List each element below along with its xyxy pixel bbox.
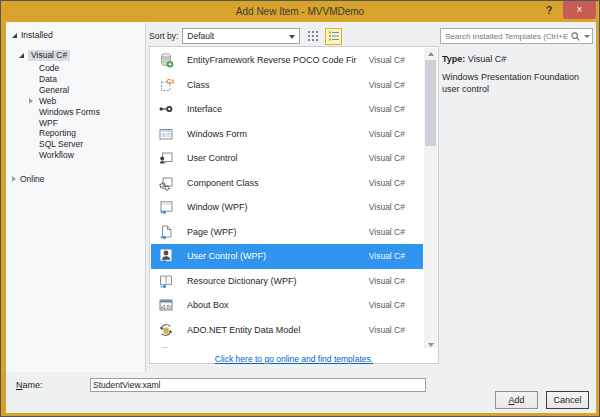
template-row-user-control-wpf[interactable]: User Control (WPF)Visual C# [151, 244, 423, 269]
sidebar-item-label: SQL Server [39, 139, 83, 149]
page-wpf-icon [158, 224, 174, 240]
template-row-windows-form[interactable]: Windows FormVisual C# [151, 122, 423, 147]
list-toolbar: Sort by: Default [149, 27, 441, 45]
sort-by-dropdown[interactable]: Default [182, 28, 300, 44]
interface-icon [158, 101, 174, 117]
sidebar-item-label: Windows Forms [39, 107, 100, 117]
ado-net-entity-icon [158, 322, 174, 338]
template-name: Class [187, 80, 356, 90]
sidebar-item-installed[interactable]: Installed [6, 23, 145, 40]
template-name: User Control (WPF) [187, 251, 356, 261]
sidebar-item-online[interactable]: Online [12, 174, 145, 184]
component-class-icon [158, 175, 174, 191]
windows-form-icon [158, 126, 174, 142]
template-row-window-wpf[interactable]: Window (WPF)Visual C# [151, 195, 423, 220]
small-icons-view-button[interactable] [304, 28, 321, 45]
template-row-ado-net-entity-data-model[interactable]: ADO.NET Entity Data ModelVisual C# [151, 318, 423, 343]
scroll-up-button[interactable] [424, 48, 437, 59]
template-name: Interface [187, 104, 356, 114]
template-name: About Box [187, 300, 356, 310]
template-language: Visual C# [369, 178, 405, 188]
template-language: Visual C# [369, 129, 405, 139]
collapse-icon[interactable] [19, 53, 24, 58]
template-list: EntityFramework Reverse POCO Code First … [149, 46, 439, 364]
template-language: Visual C# [369, 153, 405, 163]
sidebar-item-label: Code [39, 63, 59, 73]
class-icon: C# [158, 77, 174, 93]
template-name: Resource Dictionary (WPF) [187, 276, 356, 286]
user-control-wpf-icon [158, 248, 174, 264]
entityframework-generator-icon [158, 52, 174, 68]
template-language: Visual C# [369, 104, 405, 114]
template-row-class[interactable]: C#ClassVisual C# [151, 73, 423, 98]
sidebar-item-wpf[interactable]: WPF [39, 118, 145, 129]
template-row-resource-dictionary-wpf[interactable]: Resource Dictionary (WPF)Visual C# [151, 269, 423, 294]
add-new-item-dialog: Add New Item - MVVMDemo ? × Installed Vi… [0, 0, 600, 417]
template-row-page-wpf[interactable]: Page (WPF)Visual C# [151, 220, 423, 245]
search-icon [570, 31, 581, 42]
sidebar-item-visual-csharp[interactable]: Visual C# [19, 50, 145, 61]
search-box [440, 28, 593, 44]
template-name: Page (WPF) [187, 227, 356, 237]
grid-icon [307, 30, 319, 42]
list-scrollbar[interactable] [424, 48, 437, 350]
sidebar-item-general[interactable]: General [39, 85, 145, 96]
template-language: Visual C# [369, 276, 405, 286]
scroll-thumb[interactable] [425, 60, 436, 146]
sidebar-item-label: WPF [39, 118, 58, 128]
window-title: Add New Item - MVVMDemo [1, 1, 599, 22]
close-button[interactable]: × [563, 1, 596, 19]
sidebar-item-label: Web [39, 96, 56, 106]
sidebar-item-label: Reporting [39, 128, 76, 138]
template-row-about-box[interactable]: v1.0About BoxVisual C# [151, 293, 423, 318]
template-name: EntityFramework Reverse POCO Code First … [187, 55, 356, 65]
sidebar-item-web[interactable]: Web [39, 96, 145, 107]
expand-icon[interactable] [29, 98, 33, 104]
online-templates-link[interactable]: Click here to go online and find templat… [215, 354, 373, 364]
chevron-down-icon [289, 35, 295, 39]
about-box-icon: v1.0 [158, 297, 174, 313]
sidebar-item-label: Workflow [39, 150, 74, 160]
template-row-user-control[interactable]: User ControlVisual C# [151, 146, 423, 171]
svg-text:C#: C# [167, 78, 175, 85]
sidebar-item-code[interactable]: Code [39, 63, 145, 74]
list-icon [328, 30, 340, 42]
template-name: User Control [187, 153, 356, 163]
template-row-component-class[interactable]: Component ClassVisual C# [151, 171, 423, 196]
cancel-button[interactable]: Cancel [546, 391, 589, 409]
sidebar-item-windows-forms[interactable]: Windows Forms [39, 107, 145, 118]
template-row-entityframework-reverse-poco-code-first-generator[interactable]: EntityFramework Reverse POCO Code First … [151, 48, 423, 73]
template-language: Visual C# [369, 80, 405, 90]
name-input[interactable] [90, 378, 426, 392]
sidebar-item-label: Online [20, 174, 45, 184]
type-value: Visual C# [468, 54, 506, 64]
dialog-body: Installed Visual C# CodeDataGeneralWebWi… [6, 22, 596, 413]
sidebar-item-reporting[interactable]: Reporting [39, 128, 145, 139]
sidebar-item-label: Installed [21, 30, 53, 40]
expand-icon[interactable] [12, 176, 16, 182]
add-button[interactable]: Add [495, 391, 538, 409]
window-wpf-icon [158, 199, 174, 215]
sidebar-item-label: Visual C# [28, 50, 70, 61]
template-name: Windows Form [187, 129, 356, 139]
search-chevron-down-icon[interactable] [584, 35, 590, 38]
sidebar-item-workflow[interactable]: Workflow [39, 150, 145, 161]
template-row-interface[interactable]: InterfaceVisual C# [151, 97, 423, 122]
link-row: Click here to go online and find templat… [151, 348, 437, 362]
sidebar-item-label: Data [39, 74, 57, 84]
collapse-icon[interactable] [12, 33, 17, 38]
template-rows: EntityFramework Reverse POCO Code First … [151, 48, 423, 350]
sort-by-label: Sort by: [149, 31, 178, 41]
sidebar-item-data[interactable]: Data [39, 74, 145, 85]
help-button[interactable]: ? [541, 1, 557, 20]
template-language: Visual C# [369, 227, 405, 237]
template-language: Visual C# [369, 202, 405, 212]
sidebar-item-sql-server[interactable]: SQL Server [39, 139, 145, 150]
user-control-icon [158, 150, 174, 166]
template-name: ADO.NET Entity Data Model [187, 325, 356, 335]
template-description: Windows Presentation Foundation user con… [442, 72, 586, 95]
titlebar[interactable]: Add New Item - MVVMDemo ? × [1, 1, 599, 22]
list-view-button[interactable] [325, 28, 342, 45]
template-name: Component Class [187, 178, 356, 188]
name-label: Name: [16, 380, 43, 390]
